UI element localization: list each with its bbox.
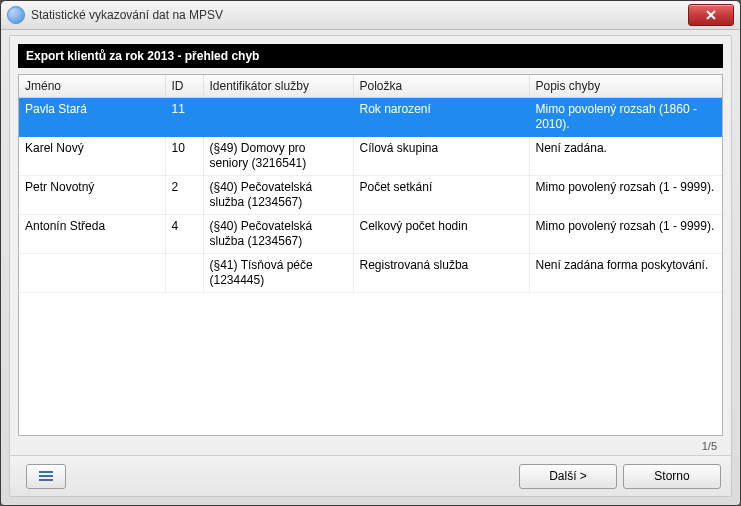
cell-service: (§49) Domovy pro seniory (3216541) [203, 137, 353, 176]
cell-desc: Mimo povolený rozsah (1860 - 2010). [529, 98, 722, 137]
cell-service: (§41) Tísňová péče (1234445) [203, 254, 353, 293]
page-title: Export klientů za rok 2013 - přehled chy… [18, 44, 723, 68]
cell-desc: Mimo povolený rozsah (1 - 9999). [529, 215, 722, 254]
table-row[interactable]: Pavla Stará11Rok narozeníMimo povolený r… [19, 98, 722, 137]
cell-item: Cílová skupina [353, 137, 529, 176]
cell-item: Rok narození [353, 98, 529, 137]
client-area: Export klientů za rok 2013 - přehled chy… [9, 35, 732, 497]
cell-desc: Mimo povolený rozsah (1 - 9999). [529, 176, 722, 215]
list-icon [39, 471, 53, 481]
cell-item: Počet setkání [353, 176, 529, 215]
list-view-button[interactable] [26, 464, 66, 489]
cell-service: (§40) Pečovatelská služba (1234567) [203, 176, 353, 215]
table-row[interactable]: Karel Nový10(§49) Domovy pro seniory (32… [19, 137, 722, 176]
cell-name: Pavla Stará [19, 98, 165, 137]
cell-id: 10 [165, 137, 203, 176]
cell-service [203, 98, 353, 137]
footer: Další > Storno [10, 455, 731, 496]
pager: 1/5 [702, 440, 717, 452]
cell-name [19, 254, 165, 293]
cell-name: Petr Novotný [19, 176, 165, 215]
app-window: Statistické vykazování dat na MPSV Expor… [0, 0, 741, 506]
cell-item: Registrovaná služba [353, 254, 529, 293]
titlebar: Statistické vykazování dat na MPSV [1, 1, 740, 30]
cell-desc: Není zadána. [529, 137, 722, 176]
table-row[interactable]: (§41) Tísňová péče (1234445)Registrovaná… [19, 254, 722, 293]
cell-name: Karel Nový [19, 137, 165, 176]
cell-name: Antonín Středa [19, 215, 165, 254]
col-service[interactable]: Identifikátor služby [203, 75, 353, 98]
table-row[interactable]: Antonín Středa4(§40) Pečovatelská služba… [19, 215, 722, 254]
cell-service: (§40) Pečovatelská služba (1234567) [203, 215, 353, 254]
cell-desc: Není zadána forma poskytování. [529, 254, 722, 293]
close-icon [706, 10, 716, 20]
cell-id: 11 [165, 98, 203, 137]
error-table: Jméno ID Identifikátor služby Položka Po… [19, 75, 722, 293]
col-id[interactable]: ID [165, 75, 203, 98]
cell-id [165, 254, 203, 293]
cell-id: 4 [165, 215, 203, 254]
table-row[interactable]: Petr Novotný2(§40) Pečovatelská služba (… [19, 176, 722, 215]
col-desc[interactable]: Popis chyby [529, 75, 722, 98]
header-row: Jméno ID Identifikátor služby Položka Po… [19, 75, 722, 98]
close-button[interactable] [688, 4, 734, 26]
error-grid[interactable]: Jméno ID Identifikátor služby Položka Po… [18, 74, 723, 436]
window-title: Statistické vykazování dat na MPSV [31, 8, 688, 22]
cell-item: Celkový počet hodin [353, 215, 529, 254]
app-icon [7, 6, 25, 24]
cell-id: 2 [165, 176, 203, 215]
col-name[interactable]: Jméno [19, 75, 165, 98]
col-item[interactable]: Položka [353, 75, 529, 98]
next-button[interactable]: Další > [519, 464, 617, 489]
cancel-button[interactable]: Storno [623, 464, 721, 489]
